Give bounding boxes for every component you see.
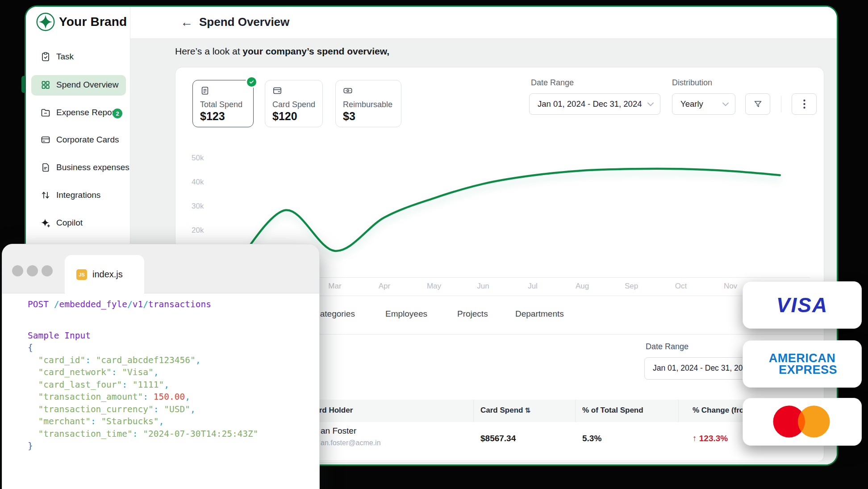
window-dot-icon <box>12 265 23 276</box>
sidebar-item-label: Corporate Cards <box>56 135 119 145</box>
tab-categories[interactable]: Categories <box>314 309 355 319</box>
folder-icon <box>40 107 51 118</box>
page-title: Spend Overview <box>199 15 289 29</box>
card-holder-email: an.foster@acme.in <box>321 439 381 447</box>
tab-employees[interactable]: Employees <box>385 309 427 319</box>
tab-departments[interactable]: Departments <box>515 309 564 319</box>
sidebar-item-label: Spend Overview <box>56 80 118 90</box>
date-range-label: Date Range <box>531 78 574 88</box>
mastercard-card <box>743 398 862 446</box>
column-header-pct-change: % Change (from <box>693 406 751 415</box>
x-axis-tick: Sep <box>616 282 647 291</box>
x-axis-tick: Jun <box>467 282 499 291</box>
y-axis-tick: 40k <box>192 178 211 186</box>
cash-icon <box>343 86 353 96</box>
code-content: POST /embedded_fyle/v1/transactionsSampl… <box>2 294 319 489</box>
kebab-menu-icon <box>803 99 805 109</box>
summary-card-total-spend[interactable]: Total Spend $123 <box>192 80 254 127</box>
active-item-notch <box>21 76 26 93</box>
credit-card-icon <box>40 134 51 145</box>
brand: Your Brand <box>36 12 127 32</box>
card-spend-value: $8567.34 <box>480 434 516 443</box>
chevron-down-icon <box>647 102 654 106</box>
x-axis-tick: Apr <box>369 282 400 291</box>
grid-icon <box>40 79 51 90</box>
summary-card-card-spend[interactable]: Card Spend $120 <box>265 80 323 127</box>
tab-projects[interactable]: Projects <box>457 309 488 319</box>
breakdown-date-range-value: Jan 01, 2024 - Dec 31, 2024 <box>653 358 751 378</box>
back-button[interactable]: ← <box>180 15 193 30</box>
column-header-card-spend[interactable]: Card Spend⇅ <box>480 406 530 415</box>
x-axis-tick: Oct <box>665 282 697 291</box>
window-dot-icon <box>27 265 38 276</box>
brand-name: Your Brand <box>59 15 127 29</box>
editor-filename: index.js <box>92 255 123 294</box>
sort-icon: ⇅ <box>525 406 530 414</box>
window-dot-icon <box>42 265 53 276</box>
summary-card-value: $120 <box>272 110 297 123</box>
x-axis-tick: Aug <box>567 282 598 291</box>
distribution-select[interactable]: Yearly <box>672 93 735 115</box>
card-holder-name: an Foster <box>321 426 356 436</box>
x-axis-tick: Nov <box>715 282 746 291</box>
credit-card-icon <box>272 86 282 96</box>
breakdown-date-range-label: Date Range <box>646 342 689 351</box>
amex-card: AMERICAN EXPRESS <box>743 340 862 388</box>
pct-total-value: 5.3% <box>582 434 601 443</box>
summary-card-value: $123 <box>200 110 225 123</box>
summary-card-reimbursable[interactable]: Reimbursable $3 <box>335 80 401 127</box>
sidebar-item-label: Integrations <box>56 190 100 200</box>
distribution-label: Distribution <box>672 78 712 88</box>
distribution-value: Yearly <box>680 94 703 114</box>
x-axis-tick: Jul <box>517 282 548 291</box>
date-range-value: Jan 01, 2024 - Dec 31, 2024 <box>538 94 642 114</box>
sidebar-item-task[interactable]: Task <box>26 48 130 66</box>
selected-check-icon <box>246 76 258 88</box>
column-divider <box>473 400 474 422</box>
chevron-down-icon <box>722 102 729 106</box>
x-axis-tick: Mar <box>319 282 351 291</box>
date-range-select[interactable]: Jan 01, 2024 - Dec 31, 2024 <box>529 93 660 115</box>
x-axis-tick: May <box>418 282 450 291</box>
receipt-icon <box>200 86 210 96</box>
sidebar-item-label: Business expenses <box>56 163 129 172</box>
code-editor-window: JS index.js POST /embedded_fyle/v1/trans… <box>2 244 320 489</box>
y-axis-tick: 30k <box>192 202 211 210</box>
sidebar-item-copilot[interactable]: Copilot <box>26 214 130 232</box>
clipboard-check-icon <box>40 51 51 62</box>
sidebar-item-label: Task <box>56 52 74 62</box>
brand-logo-icon <box>36 12 55 32</box>
sparkle-icon <box>40 217 51 228</box>
greeting-text: Here’s a look at your company’s spend ov… <box>175 46 389 57</box>
y-axis-tick: 20k <box>192 226 211 234</box>
sidebar-item-label: Expense Reports <box>56 108 121 117</box>
sidebar-item-integrations[interactable]: Integrations <box>26 186 130 204</box>
sidebar-item-label: Copilot <box>56 218 83 228</box>
editor-title-bar: JS index.js <box>2 244 319 293</box>
amex-logo: AMERICAN EXPRESS <box>769 352 836 376</box>
javascript-file-icon: JS <box>76 269 87 280</box>
expense-reports-badge: 2 <box>113 109 122 118</box>
divider <box>781 96 781 112</box>
page-header: ← Spend Overview <box>130 7 837 39</box>
column-divider <box>575 400 576 422</box>
sidebar-item-business-expenses[interactable]: Business expenses <box>26 159 130 176</box>
column-divider <box>678 400 679 422</box>
more-options-button[interactable] <box>792 93 817 115</box>
stage: Your Brand Task Spend Overview <box>0 0 868 489</box>
sidebar-item-spend-overview[interactable]: Spend Overview <box>26 76 130 94</box>
summary-card-label: Reimbursable <box>343 100 392 109</box>
sidebar-item-corporate-cards[interactable]: Corporate Cards <box>26 131 130 149</box>
editor-file-tab: JS index.js <box>65 255 144 294</box>
pct-change-value: ↑ 123.3% <box>693 434 728 443</box>
up-arrow-icon: ↑ <box>693 434 697 443</box>
summary-card-label: Total Spend <box>200 100 242 109</box>
arrows-up-down-icon <box>40 190 51 201</box>
filter-button[interactable] <box>745 93 770 115</box>
visa-card: VISA <box>743 281 862 329</box>
document-icon <box>40 162 51 173</box>
summary-card-value: $3 <box>343 110 355 123</box>
funnel-icon <box>753 100 763 109</box>
column-header-pct-total: % of Total Spend <box>582 406 643 415</box>
mastercard-logo <box>743 398 861 446</box>
